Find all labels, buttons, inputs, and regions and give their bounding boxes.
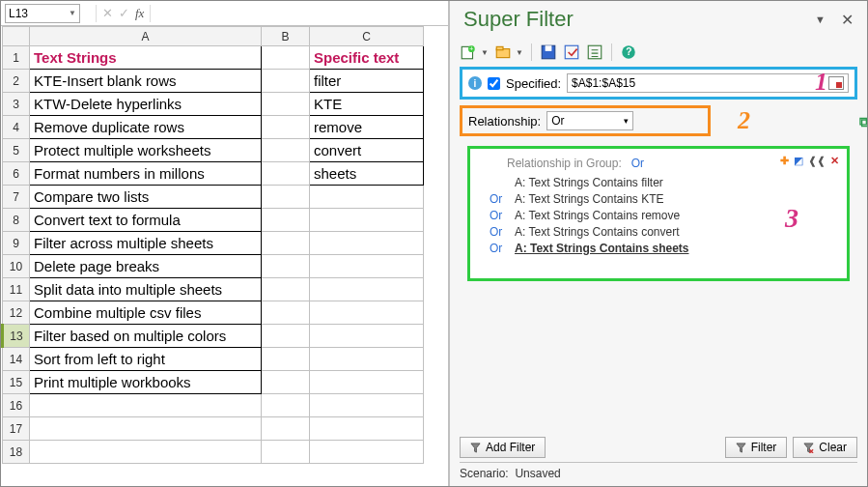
save-icon[interactable] [540, 43, 557, 61]
cell[interactable] [310, 348, 424, 371]
cell[interactable]: Text Strings [30, 46, 262, 70]
cell[interactable] [262, 394, 310, 417]
worksheet-grid[interactable]: A B C 1Text StringsSpecific text 2KTE-In… [1, 26, 424, 464]
cell[interactable] [262, 278, 310, 301]
cell[interactable]: Remove duplicate rows [30, 116, 262, 139]
range-picker-icon[interactable] [828, 76, 844, 90]
name-box[interactable]: L13 ▼ [5, 4, 80, 23]
remove-group-icon[interactable]: ✕ [830, 155, 839, 167]
cell[interactable] [262, 371, 310, 394]
cell[interactable] [310, 441, 424, 464]
check-icon[interactable]: ✓ [119, 6, 129, 20]
collapse-icon[interactable]: ❰❰ [808, 155, 826, 167]
cell[interactable] [262, 46, 310, 70]
cancel-icon[interactable]: ✕ [102, 6, 113, 20]
cell[interactable] [262, 209, 310, 232]
cell[interactable]: KTE-Insert blank rows [30, 70, 262, 93]
condition-row[interactable]: OrA: Text Strings Contains sheets [490, 242, 837, 255]
clear-button[interactable]: Clear [793, 437, 857, 458]
row-header[interactable]: 8 [3, 209, 30, 232]
cell[interactable]: Specific text [310, 46, 424, 70]
add-condition-icon[interactable]: ✚ [780, 155, 789, 167]
cell[interactable] [262, 186, 310, 209]
row-header[interactable]: 12 [3, 301, 30, 325]
cell[interactable] [262, 348, 310, 371]
cell[interactable] [310, 301, 424, 325]
row-header[interactable]: 17 [3, 417, 30, 441]
row-header[interactable]: 3 [3, 93, 30, 116]
cell[interactable] [262, 232, 310, 255]
chevron-down-icon[interactable]: ▼ [516, 48, 523, 57]
condition-row[interactable]: A: Text Strings Contains filter [490, 176, 837, 189]
cell[interactable] [262, 162, 310, 186]
cell[interactable]: filter [310, 70, 424, 93]
close-icon[interactable]: ✕ [841, 11, 854, 29]
cell[interactable] [310, 371, 424, 394]
cell[interactable]: Combine multiple csv files [30, 301, 262, 325]
filter-button[interactable]: Filter [725, 437, 788, 458]
row-header[interactable]: 18 [3, 441, 30, 464]
row-header[interactable]: 1 [3, 46, 30, 70]
col-header-b[interactable]: B [262, 27, 310, 46]
row-header[interactable]: 10 [3, 255, 30, 278]
cell[interactable] [262, 301, 310, 325]
cell[interactable] [310, 255, 424, 278]
cell[interactable] [262, 93, 310, 116]
row-header[interactable]: 4 [3, 116, 30, 139]
cell[interactable] [310, 209, 424, 232]
cell[interactable]: Sort from left to right [30, 348, 262, 371]
cell[interactable] [30, 417, 262, 441]
row-header[interactable]: 7 [3, 186, 30, 209]
cell[interactable] [310, 278, 424, 301]
help-icon[interactable]: ? [620, 43, 637, 61]
cell[interactable] [262, 139, 310, 162]
cell[interactable]: convert [310, 139, 424, 162]
select-all-cell[interactable] [3, 27, 30, 46]
cell[interactable] [310, 325, 424, 348]
new-scenario-icon[interactable]: + [460, 43, 477, 61]
col-header-a[interactable]: A [30, 27, 262, 46]
cell[interactable] [262, 255, 310, 278]
cell[interactable]: remove [310, 116, 424, 139]
row-header[interactable]: 6 [3, 162, 30, 186]
cell[interactable] [262, 417, 310, 441]
add-group-icon[interactable]: ⧉ [859, 114, 868, 130]
cell[interactable] [310, 232, 424, 255]
cell[interactable]: Filter based on multiple colors [30, 325, 262, 348]
row-header[interactable]: 13 [3, 325, 30, 348]
chevron-down-icon[interactable]: ▼ [69, 9, 76, 17]
cell[interactable] [262, 70, 310, 93]
row-header[interactable]: 9 [3, 232, 30, 255]
specified-checkbox[interactable] [488, 77, 500, 90]
cell[interactable] [262, 325, 310, 348]
row-header[interactable]: 15 [3, 371, 30, 394]
cell[interactable] [262, 116, 310, 139]
row-header[interactable]: 2 [3, 70, 30, 93]
cell[interactable]: Convert text to formula [30, 209, 262, 232]
group-header-value[interactable]: Or [631, 157, 644, 170]
cell[interactable]: Filter across multiple sheets [30, 232, 262, 255]
cell[interactable]: Print multiple workbooks [30, 371, 262, 394]
cell[interactable]: Format numbers in millons [30, 162, 262, 186]
add-filter-button[interactable]: Add Filter [460, 437, 546, 458]
row-header[interactable]: 14 [3, 348, 30, 371]
save-as-icon[interactable] [563, 43, 580, 61]
row-header[interactable]: 5 [3, 139, 30, 162]
cell[interactable] [30, 441, 262, 464]
cell[interactable] [310, 394, 424, 417]
cell[interactable] [262, 441, 310, 464]
col-header-c[interactable]: C [310, 27, 424, 46]
cell[interactable]: sheets [310, 162, 424, 186]
cell[interactable]: Delete page breaks [30, 255, 262, 278]
info-icon[interactable]: i [468, 76, 482, 90]
cell[interactable]: Compare two lists [30, 186, 262, 209]
row-header[interactable]: 16 [3, 394, 30, 417]
cell[interactable]: Split data into multiple sheets [30, 278, 262, 301]
cell[interactable] [310, 417, 424, 441]
open-scenario-icon[interactable] [494, 43, 512, 61]
cell[interactable]: Protect multiple worksheets [30, 139, 262, 162]
cell[interactable] [310, 186, 424, 209]
manage-icon[interactable] [586, 43, 603, 61]
cell[interactable] [30, 394, 262, 417]
duplicate-icon[interactable]: ◩ [794, 155, 803, 167]
